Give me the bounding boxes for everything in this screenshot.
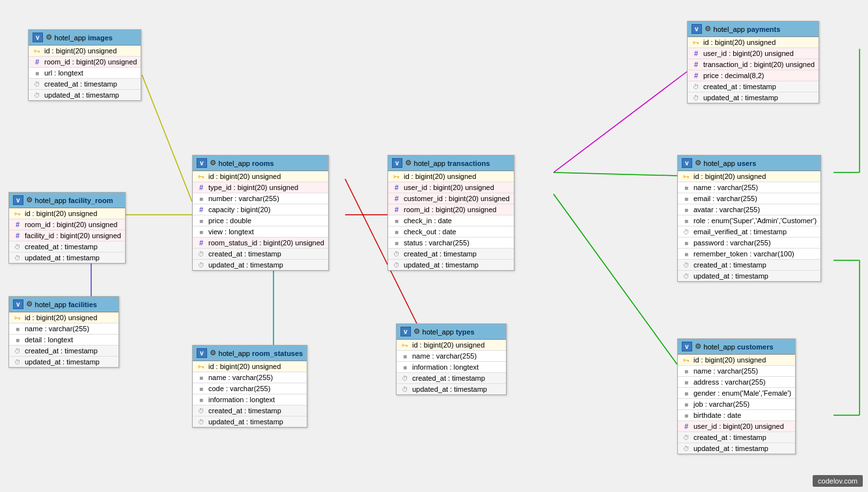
table-row: ⏱updated_at : timestamp — [688, 92, 819, 103]
table-title: hotel_app facilities — [35, 301, 97, 308]
table-row: 🗝id : bigint(20) unsigned — [678, 171, 820, 182]
table-row: 🗝id : bigint(20) unsigned — [388, 171, 514, 182]
table-row: #room_id : bigint(20) unsigned — [388, 204, 514, 215]
v-badge: v — [13, 299, 23, 309]
gear-icon: ⚙ — [695, 342, 701, 351]
row-text: number : varchar(255) — [208, 195, 279, 202]
table-row: ⏱updated_at : timestamp — [193, 417, 307, 427]
table-row: 🗝id : bigint(20) unsigned — [397, 340, 506, 351]
clock-icon: ⏱ — [197, 251, 206, 258]
gear-icon: ⚙ — [695, 159, 701, 167]
svg-line-7 — [553, 194, 677, 364]
row-text: birthdate : date — [693, 411, 741, 419]
table-row: ■password : varchar(255) — [678, 238, 820, 249]
clock-icon: ⏱ — [682, 228, 691, 236]
facility-room-table-header: v ⚙ hotel_app facility_room — [9, 193, 125, 208]
hash-icon: # — [33, 58, 42, 66]
row-text: view : longtext — [208, 228, 254, 236]
row-text: updated_at : timestamp — [703, 94, 778, 102]
room-statuses-table: v ⚙ hotel_app room_statuses 🗝id : bigint… — [192, 345, 307, 428]
users-table: v ⚙ hotel_app users 🗝id : bigint(20) uns… — [677, 155, 821, 282]
key-icon: 🗝 — [682, 357, 691, 364]
row-text: price : double — [208, 217, 251, 225]
gear-icon: ⚙ — [210, 159, 216, 167]
diagram-container: v ⚙ hotel_app images 🗝id : bigint(20) un… — [0, 0, 868, 492]
gear-icon: ⚙ — [405, 159, 412, 167]
table-row: #room_id : bigint(20) unsigned — [29, 57, 141, 68]
field-icon: ■ — [682, 368, 691, 375]
table-row: ■code : varchar(255) — [193, 383, 307, 394]
table-title: hotel_app facility_room — [35, 197, 113, 204]
table-row: #room_id : bigint(20) unsigned — [9, 219, 125, 230]
images-table-header: v ⚙ hotel_app images — [29, 30, 141, 46]
field-icon: ■ — [682, 239, 691, 247]
table-row: ■birthdate : date — [678, 410, 795, 421]
field-icon: ■ — [682, 251, 691, 258]
table-row: ⏱updated_at : timestamp — [388, 260, 514, 270]
table-row: ■email : varchar(255) — [678, 193, 820, 204]
table-row: #user_id : bigint(20) unsigned — [678, 421, 795, 432]
row-text: name : varchar(255) — [25, 325, 89, 333]
row-text: transaction_id : bigint(20) unsigned — [703, 61, 815, 68]
row-text: id : bigint(20) unsigned — [25, 210, 97, 217]
clock-icon: ⏱ — [692, 83, 701, 90]
table-row: ■check_in : date — [388, 215, 514, 226]
key-icon: 🗝 — [197, 363, 206, 370]
table-row: ⏱updated_at : timestamp — [9, 357, 119, 367]
gear-icon: ⚙ — [413, 327, 420, 336]
row-text: id : bigint(20) unsigned — [412, 341, 484, 349]
row-text: capacity : bigint(20) — [208, 206, 270, 213]
images-table: v ⚙ hotel_app images 🗝id : bigint(20) un… — [28, 29, 141, 101]
table-row: ■information : longtext — [193, 394, 307, 405]
hash-icon: # — [197, 206, 206, 213]
gear-icon: ⚙ — [210, 349, 216, 357]
table-row: ■address : varchar(255) — [678, 377, 795, 388]
key-icon: 🗝 — [400, 342, 410, 349]
field-icon: ■ — [400, 353, 410, 360]
field-icon: ■ — [33, 70, 42, 77]
hash-icon: # — [197, 239, 206, 247]
field-icon: ■ — [197, 228, 206, 236]
row-text: updated_at : timestamp — [44, 91, 119, 99]
clock-icon: ⏱ — [682, 273, 691, 280]
table-row: 🗝id : bigint(20) unsigned — [29, 46, 141, 57]
table-row: ■number : varchar(255) — [193, 193, 328, 204]
row-text: updated_at : timestamp — [693, 444, 768, 452]
users-table-header: v ⚙ hotel_app users — [678, 156, 820, 171]
key-icon: 🗝 — [692, 39, 701, 46]
watermark: codelov.com — [813, 475, 863, 487]
clock-icon: ⏱ — [682, 434, 691, 441]
table-title: hotel_app rooms — [219, 159, 274, 167]
table-row: ■job : varchar(255) — [678, 399, 795, 410]
table-row: ■name : varchar(255) — [193, 372, 307, 383]
field-icon: ■ — [682, 390, 691, 397]
gear-icon: ⚙ — [26, 196, 33, 204]
row-text: updated_at : timestamp — [208, 261, 283, 269]
types-table: v ⚙ hotel_app types 🗝id : bigint(20) uns… — [396, 323, 507, 395]
hash-icon: # — [692, 72, 701, 79]
table-row: ⏱created_at : timestamp — [388, 249, 514, 260]
row-text: information : longtext — [208, 396, 275, 403]
table-row: #facility_id : bigint(20) unsigned — [9, 230, 125, 241]
hash-icon: # — [392, 206, 401, 213]
clock-icon: ⏱ — [33, 92, 42, 99]
row-text: id : bigint(20) unsigned — [693, 356, 766, 364]
key-icon: 🗝 — [682, 173, 691, 180]
table-row: ⏱updated_at : timestamp — [29, 90, 141, 100]
row-text: room_id : bigint(20) unsigned — [404, 206, 496, 213]
v-badge: v — [33, 33, 43, 42]
clock-icon: ⏱ — [392, 262, 401, 269]
v-badge: v — [197, 348, 207, 358]
clock-icon: ⏱ — [197, 407, 206, 415]
row-text: updated_at : timestamp — [208, 418, 283, 426]
row-text: room_id : bigint(20) unsigned — [25, 221, 117, 228]
table-row: ■role : enum('Super','Admin','Customer') — [678, 215, 820, 226]
row-text: address : varchar(255) — [693, 378, 766, 386]
gear-icon: ⚙ — [705, 25, 711, 33]
row-text: name : varchar(255) — [693, 184, 758, 191]
row-text: updated_at : timestamp — [412, 385, 487, 393]
row-text: created_at : timestamp — [693, 433, 766, 441]
v-badge: v — [682, 158, 692, 168]
table-row: ⏱created_at : timestamp — [688, 81, 819, 92]
row-text: created_at : timestamp — [25, 347, 98, 355]
